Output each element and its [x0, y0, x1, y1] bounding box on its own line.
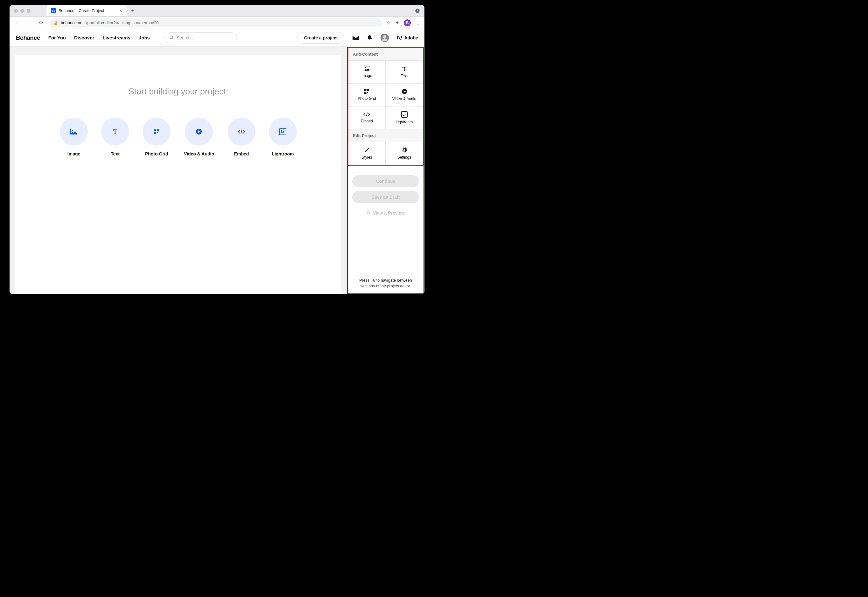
nav-for-you[interactable]: For You: [48, 35, 66, 40]
add-item-label: Lightroom: [396, 120, 413, 124]
edit-settings-button[interactable]: Settings: [386, 142, 423, 165]
lightroom-icon: Lr: [279, 128, 286, 135]
image-icon: [70, 129, 77, 134]
text-icon: [402, 66, 407, 71]
add-item-label: Image: [362, 73, 372, 78]
nav-livestreams[interactable]: Livestreams: [103, 35, 131, 40]
canvas: Start building your project: Image Text …: [15, 55, 341, 294]
url-path: /portfolio/editor?tracking_source=nav20: [86, 20, 159, 25]
lightroom-icon: Lr: [401, 111, 408, 117]
maximize-window-icon[interactable]: [27, 9, 31, 13]
search-icon: [366, 211, 371, 215]
svg-text:Lr: Lr: [281, 130, 284, 134]
keyboard-hint: Press F6 to navigate between sections of…: [348, 273, 423, 293]
edit-item-label: Settings: [398, 155, 411, 160]
add-video-button[interactable]: Video & Audio: [386, 84, 423, 107]
address-bar: ← → ⟳ 🔒 behance.net/portfolio/editor?tra…: [10, 17, 424, 29]
search-input[interactable]: [177, 35, 232, 40]
chrome-menu-icon[interactable]: ⋮: [415, 19, 421, 26]
svg-rect-18: [364, 92, 366, 94]
type-grid: Image Text Photo Grid Video & Audio: [15, 117, 341, 156]
favicon-icon: Bē: [51, 8, 56, 13]
mail-icon[interactable]: [353, 35, 359, 40]
type-option-text[interactable]: Text: [101, 117, 129, 156]
canvas-area: Start building your project: Image Text …: [10, 47, 347, 294]
svg-point-23: [367, 211, 370, 214]
type-label: Lightroom: [272, 151, 294, 156]
add-item-label: Video & Audio: [392, 97, 416, 101]
type-option-photogrid[interactable]: Photo Grid: [143, 117, 171, 156]
grid-icon: [154, 129, 159, 134]
view-preview-button[interactable]: View a Preview: [352, 207, 419, 219]
svg-rect-9: [154, 132, 156, 134]
close-tab-icon[interactable]: ×: [119, 8, 122, 13]
type-option-video[interactable]: Video & Audio: [184, 117, 214, 156]
minimize-window-icon[interactable]: [20, 9, 24, 13]
new-tab-button[interactable]: +: [131, 7, 135, 14]
add-item-label: Text: [401, 74, 408, 78]
play-icon: [402, 89, 407, 94]
window-chrome: Bē Behance :: Create Project × +: [10, 5, 424, 17]
shield-icon[interactable]: [415, 8, 420, 13]
search-box[interactable]: [164, 33, 237, 43]
bookmark-icon[interactable]: ☆: [386, 20, 391, 26]
code-icon: [238, 129, 245, 134]
type-label: Embed: [234, 151, 249, 156]
play-icon: [196, 128, 202, 135]
preview-label: View a Preview: [373, 211, 405, 215]
sidebar-actions: Continue Save as Draft View a Preview: [348, 166, 423, 223]
type-option-lightroom[interactable]: Lr Lightroom: [269, 117, 297, 156]
add-text-button[interactable]: Text: [386, 61, 423, 84]
forward-button: →: [25, 20, 33, 26]
add-lightroom-button[interactable]: Lr Lightroom: [386, 107, 423, 129]
url-field[interactable]: 🔒 behance.net/portfolio/editor?tracking_…: [50, 18, 382, 27]
svg-rect-16: [364, 89, 366, 91]
lock-icon: 🔒: [54, 21, 58, 25]
svg-point-4: [383, 35, 386, 39]
url-domain: behance.net: [61, 20, 84, 25]
svg-rect-17: [367, 89, 369, 91]
app-body: Start building your project: Image Text …: [10, 47, 424, 294]
svg-point-6: [72, 130, 73, 131]
traffic-lights: [14, 9, 31, 13]
close-window-icon[interactable]: [14, 9, 18, 13]
nav-discover[interactable]: Discover: [74, 35, 94, 40]
continue-button[interactable]: Continue: [352, 175, 419, 187]
create-project-button[interactable]: Create a project: [298, 32, 345, 43]
add-photogrid-button[interactable]: Photo Grid: [348, 84, 386, 107]
app-header: Behance For You Discover Livestreams Job…: [10, 29, 424, 47]
avatar[interactable]: [381, 34, 389, 42]
type-label: Photo Grid: [145, 151, 168, 156]
svg-rect-8: [157, 129, 159, 131]
add-item-label: Photo Grid: [357, 97, 376, 101]
browser-tab[interactable]: Bē Behance :: Create Project ×: [46, 5, 127, 16]
type-label: Video & Audio: [184, 151, 214, 156]
reload-button[interactable]: ⟳: [37, 19, 45, 26]
svg-rect-7: [154, 129, 156, 131]
svg-text:Lr: Lr: [402, 113, 406, 116]
behance-logo[interactable]: Behance: [16, 34, 40, 41]
type-option-embed[interactable]: Embed: [228, 117, 256, 156]
image-icon: [364, 66, 370, 71]
tab-title: Behance :: Create Project: [58, 9, 104, 13]
browser-window: Bē Behance :: Create Project × + ← → ⟳ 🔒…: [10, 5, 424, 294]
gear-icon: [402, 147, 407, 153]
code-icon: [363, 112, 370, 117]
bell-icon[interactable]: [367, 35, 372, 41]
type-label: Text: [111, 151, 120, 156]
edit-styles-button[interactable]: Styles: [348, 142, 386, 165]
search-icon: [169, 35, 174, 40]
back-button[interactable]: ←: [13, 20, 21, 26]
nav-jobs[interactable]: Jobs: [139, 35, 150, 40]
type-option-image[interactable]: Image: [60, 117, 88, 156]
add-image-button[interactable]: Image: [348, 61, 386, 84]
extensions-icon[interactable]: ✦: [395, 20, 399, 26]
add-embed-button[interactable]: Embed: [348, 107, 386, 129]
save-draft-button[interactable]: Save as Draft: [352, 191, 419, 203]
text-icon: [112, 128, 118, 135]
canvas-prompt: Start building your project:: [15, 87, 341, 97]
adobe-link[interactable]: Adobe: [397, 35, 418, 40]
svg-rect-10: [157, 132, 158, 133]
sidebar: Add Content Image Text Photo Grid: [347, 47, 424, 294]
profile-icon[interactable]: B: [404, 19, 411, 27]
